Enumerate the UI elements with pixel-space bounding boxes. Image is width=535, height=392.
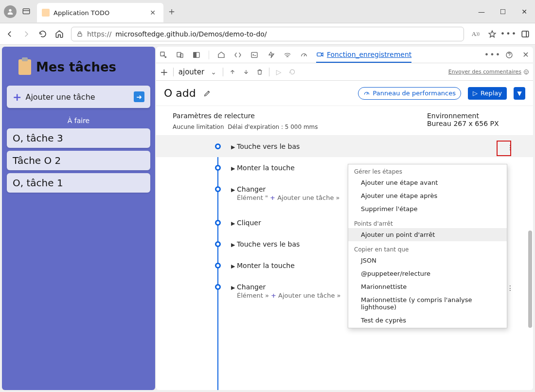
recording-steps-list: ▶ Touche vers le bas ⋮ ▶ Monter la touch… bbox=[156, 135, 533, 390]
nav-home-button[interactable] bbox=[54, 29, 64, 39]
play-icon: ▷ bbox=[473, 89, 478, 97]
window-minimize-button[interactable]: — bbox=[471, 0, 492, 23]
step-context-menu-button[interactable]: ⋮ bbox=[505, 141, 516, 154]
tab-close-button[interactable]: ✕ bbox=[147, 8, 159, 18]
read-aloud-button[interactable]: A)) bbox=[471, 29, 481, 39]
step-button[interactable] bbox=[288, 68, 297, 76]
tab-favicon-icon bbox=[42, 9, 50, 17]
devtools-close-button[interactable]: ✕ bbox=[521, 51, 530, 59]
sources-tab-icon[interactable] bbox=[267, 51, 275, 59]
new-tab-button[interactable]: ＋ bbox=[163, 0, 180, 23]
recording-header: O add Panneau de performances ▷ Replay ▼ bbox=[156, 81, 533, 106]
new-recording-button[interactable]: + bbox=[160, 66, 168, 78]
dock-side-icon[interactable] bbox=[192, 51, 201, 59]
plus-icon: + bbox=[270, 194, 275, 201]
plus-icon: + bbox=[271, 292, 276, 299]
url-path: microsoftedge.github.io/Demos/demo-to-do… bbox=[115, 30, 267, 38]
workspaces-icon[interactable] bbox=[19, 5, 33, 18]
recording-title: O add bbox=[164, 87, 196, 99]
task-item[interactable]: Tâche O 2 bbox=[7, 151, 150, 170]
edit-name-button[interactable] bbox=[203, 89, 212, 98]
replay-options-button[interactable]: ▼ bbox=[514, 87, 525, 100]
url-scheme: https:// bbox=[87, 30, 111, 38]
address-bar[interactable]: https://microsoftedge.github.io/Demos/de… bbox=[71, 27, 464, 41]
menu-group-breakpoints: Points d'arrêt bbox=[348, 217, 507, 228]
profile-avatar[interactable] bbox=[4, 5, 17, 18]
add-task-row[interactable]: + Ajouter une tâche ➜ bbox=[7, 86, 150, 108]
console-tab-icon[interactable] bbox=[250, 51, 259, 59]
page-content: Mes tâches + Ajouter une tâche ➜ À faire… bbox=[2, 47, 155, 390]
menu-group-copy-as: Copier en tant que bbox=[348, 243, 507, 254]
svg-point-14 bbox=[524, 70, 529, 74]
environment-value: Bureau 267 x 656 PX bbox=[427, 120, 524, 127]
window-close-button[interactable]: ✕ bbox=[514, 0, 535, 23]
network-tab-icon[interactable] bbox=[283, 51, 292, 59]
svg-rect-3 bbox=[78, 34, 82, 36]
devtools-tabbar: Fonction_enregistrement ••• ✕ bbox=[156, 47, 533, 63]
menu-group-manage: Gérer les étapes bbox=[348, 165, 507, 176]
feedback-icon bbox=[523, 69, 529, 75]
window-titlebar: Application TODO ✕ ＋ — ☐ ✕ bbox=[0, 0, 535, 23]
chevron-down-icon[interactable]: ⌄ bbox=[209, 68, 218, 76]
menu-delete-step[interactable]: Supprimer l'étape bbox=[348, 202, 507, 215]
menu-add-breakpoint[interactable]: Ajouter un point d'arrêt bbox=[348, 228, 507, 241]
recorder-tab-active[interactable]: Fonction_enregistrement bbox=[316, 47, 411, 63]
menu-copy-json[interactable]: JSON bbox=[348, 254, 507, 267]
svg-rect-11 bbox=[251, 52, 257, 57]
page-heading: Mes tâches bbox=[18, 59, 150, 75]
add-task-label: Ajouter une tâche bbox=[25, 92, 95, 102]
browser-menu-button[interactable]: ••• bbox=[504, 29, 514, 39]
svg-rect-12 bbox=[317, 53, 321, 56]
replay-settings: Paramètres de relecture Aucune limitatio… bbox=[156, 106, 533, 130]
svg-rect-1 bbox=[23, 9, 30, 14]
throttling-value[interactable]: Aucune limitation bbox=[173, 124, 224, 130]
replay-button[interactable]: ▷ Replay bbox=[468, 87, 507, 100]
menu-add-step-after[interactable]: Ajouter une étape après bbox=[348, 189, 507, 202]
timeout-value[interactable]: Délai d'expiration : 5 000 mms bbox=[228, 124, 318, 130]
nav-back-button[interactable] bbox=[5, 29, 15, 39]
replay-settings-heading: Paramètres de relecture bbox=[173, 112, 418, 120]
devtools-more-tabs-button[interactable]: ••• bbox=[488, 51, 497, 59]
page-title-text: Mes tâches bbox=[36, 60, 116, 74]
svg-point-0 bbox=[9, 9, 11, 11]
lock-icon bbox=[76, 31, 83, 37]
delete-recording-button[interactable] bbox=[255, 68, 264, 76]
menu-copy-puppeteer-lighthouse[interactable]: Marionnettiste (y compris l'analyse ligh… bbox=[348, 293, 507, 314]
svg-rect-4 bbox=[522, 31, 529, 37]
menu-add-step-before[interactable]: Ajouter une étape avant bbox=[348, 176, 507, 189]
import-button[interactable] bbox=[242, 68, 250, 76]
svg-point-15 bbox=[525, 71, 526, 71]
task-item[interactable]: O, tâche 3 bbox=[7, 128, 150, 148]
svg-rect-10 bbox=[194, 52, 196, 57]
recording-select[interactable]: ajouter bbox=[178, 68, 204, 76]
submit-task-button[interactable]: ➜ bbox=[134, 91, 144, 102]
window-maximize-button[interactable]: ☐ bbox=[492, 0, 514, 23]
devtools-help-icon[interactable] bbox=[505, 51, 514, 59]
elements-tab-icon[interactable] bbox=[233, 51, 242, 59]
menu-copy-cypress[interactable]: Test de cyprès bbox=[348, 314, 507, 327]
export-button[interactable] bbox=[228, 68, 237, 76]
inspect-element-icon[interactable] bbox=[159, 51, 168, 59]
welcome-tab-icon[interactable] bbox=[217, 51, 226, 59]
nav-forward-button bbox=[21, 29, 31, 39]
tab-title: Application TODO bbox=[54, 9, 109, 17]
plus-icon: + bbox=[13, 91, 21, 103]
scrollbar[interactable] bbox=[526, 136, 533, 390]
environment-heading: Environnement bbox=[427, 112, 524, 120]
nav-refresh-button[interactable] bbox=[38, 29, 48, 39]
menu-copy-puppeteer-replay[interactable]: @puppeteer/relecture bbox=[348, 267, 507, 280]
sidebar-toggle-button[interactable] bbox=[520, 29, 530, 39]
performance-panel-button[interactable]: Panneau de performances bbox=[358, 87, 461, 100]
task-item[interactable]: O, tâche 1 bbox=[7, 173, 150, 193]
todo-section-heading: À faire bbox=[7, 117, 150, 125]
play-button[interactable]: ▷ bbox=[274, 68, 283, 76]
recording-step[interactable]: ▶ Touche vers le bas ⋮ bbox=[156, 136, 533, 157]
svg-point-16 bbox=[527, 71, 527, 71]
menu-copy-puppeteer[interactable]: Marionnettiste bbox=[348, 280, 507, 293]
browser-tab-active[interactable]: Application TODO ✕ bbox=[37, 3, 163, 22]
performance-tab-icon[interactable] bbox=[300, 51, 308, 59]
device-emulation-icon[interactable] bbox=[176, 51, 184, 59]
devtools-pane: Fonction_enregistrement ••• ✕ + ajouter … bbox=[156, 47, 533, 390]
feedback-link[interactable]: Envoyer des commentaires bbox=[448, 69, 529, 75]
favorite-button[interactable] bbox=[487, 29, 497, 39]
